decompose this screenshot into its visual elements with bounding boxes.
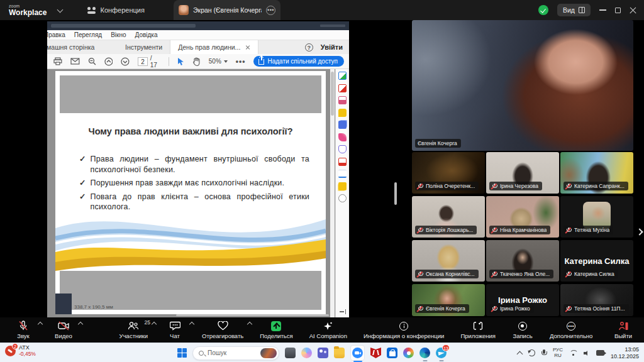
chevron-up-icon[interactable]	[189, 322, 194, 327]
fill-sign-icon[interactable]	[338, 133, 347, 141]
participant-tile[interactable]: Вікторія Лошкарь...	[412, 196, 485, 238]
menu-help[interactable]: Довідка	[135, 31, 158, 38]
zoom-out-icon[interactable]	[88, 57, 96, 65]
close-button[interactable]	[630, 7, 636, 14]
leave-meeting-button[interactable]: Выйти	[613, 321, 634, 339]
tray-expand-icon[interactable]	[516, 351, 523, 357]
search-input[interactable]: Пошук	[192, 346, 279, 360]
edge-browser-icon[interactable]	[419, 348, 430, 358]
chevron-down-icon[interactable]	[57, 6, 64, 13]
language-switcher[interactable]: РУС RU	[553, 348, 563, 358]
list-item: ✓ Повага до прав клієнта – основа профес…	[79, 192, 309, 212]
camera-tray-icon[interactable]	[596, 350, 604, 356]
meeting-info-button[interactable]: Информация о конференции	[364, 321, 445, 339]
participant-tile[interactable]: Поліна Очеретенк...	[412, 152, 485, 194]
organize-pages-icon[interactable]	[338, 182, 347, 190]
horizontal-scrollbar[interactable]	[176, 314, 329, 316]
menu-view[interactable]: Перегляд	[74, 31, 102, 38]
volume-icon[interactable]	[584, 350, 590, 356]
more-button[interactable]: ••• Дополнительно	[550, 321, 592, 339]
windows-taskbar: 2 ATX -0,45% Пошук	[0, 343, 644, 362]
page-down-icon[interactable]	[121, 57, 130, 66]
mic-device-tray-icon[interactable]	[541, 349, 547, 356]
chevron-up-icon[interactable]	[78, 322, 83, 327]
collapse-sidebar-icon[interactable]	[340, 309, 346, 314]
participant-tile[interactable]: Катерина Силка Катерина Силка	[560, 240, 633, 282]
clock[interactable]: 13:05 10.12.2025	[611, 346, 639, 359]
participant-tile[interactable]: Катерина Сапранк...	[560, 152, 633, 194]
photos-app-icon[interactable]	[403, 348, 414, 358]
edit-pdf-icon[interactable]	[338, 96, 347, 104]
participant-tile[interactable]: Ніна Крамчанінова	[486, 196, 559, 238]
create-pdf-icon[interactable]	[338, 84, 347, 92]
teams-app-icon[interactable]	[318, 348, 328, 358]
tab-tools[interactable]: Інструменти	[118, 40, 170, 54]
more-tools-icon[interactable]	[338, 194, 347, 202]
compress-pdf-icon[interactable]	[338, 158, 347, 166]
combine-files-icon[interactable]	[338, 121, 347, 129]
more-tools-icon[interactable]: •••	[236, 57, 246, 66]
chat-button[interactable]: Чат	[164, 321, 186, 339]
telegram-app-icon[interactable]: 13	[436, 348, 447, 358]
acrobat-share-button[interactable]: Надати спільний доступ	[253, 56, 344, 67]
participants-button[interactable]: 25 Участники	[119, 321, 148, 339]
apps-button[interactable]: Приложения	[460, 321, 496, 339]
security-shield-icon[interactable]	[538, 5, 548, 15]
menu-window[interactable]: Вікно	[111, 31, 126, 38]
start-button[interactable]	[177, 348, 187, 358]
tab-meeting[interactable]: Конференция	[87, 6, 144, 14]
file-explorer-icon[interactable]	[334, 348, 345, 358]
next-page-chevron-icon[interactable]	[635, 224, 644, 239]
zoom-level-dropdown[interactable]: 50%	[209, 58, 228, 65]
tab-screen-share[interactable]: Экран (Євгенія Кочерга) •••	[174, 0, 280, 20]
list-item: ✓ Порушення прав завжди має психологічні…	[79, 178, 309, 189]
tab-options-icon[interactable]: •••	[266, 6, 275, 15]
comment-icon[interactable]	[338, 109, 347, 117]
record-button[interactable]: Запись	[512, 321, 533, 339]
export-pdf-icon[interactable]	[338, 72, 347, 80]
participant-tile[interactable]: Ірина Черезова	[486, 152, 559, 194]
protect-icon[interactable]	[338, 145, 347, 153]
chevron-up-icon[interactable]	[38, 322, 43, 327]
page-up-icon[interactable]	[104, 57, 113, 66]
microsoft-store-icon[interactable]	[387, 348, 397, 358]
close-tab-icon[interactable]	[245, 45, 250, 50]
page-number-input[interactable]: 2	[138, 57, 148, 66]
participant-tile[interactable]: Тетяна Осіння 11П...	[560, 284, 633, 316]
chevron-up-icon[interactable]	[247, 322, 252, 327]
vertical-scrollbar[interactable]	[330, 69, 335, 317]
task-view-button[interactable]	[285, 348, 296, 358]
taskbar-widget[interactable]: 2 ATX -0,45%	[5, 345, 36, 357]
zoom-app-icon[interactable]	[350, 345, 365, 361]
share-screen-button[interactable]: Поделиться	[260, 321, 292, 339]
participant-tile[interactable]: Ткаченко Яна Оле...	[486, 240, 559, 282]
participant-tile[interactable]: Євгенія Кочерга	[412, 284, 485, 316]
email-icon[interactable]	[70, 58, 80, 65]
menu-edit[interactable]: Правка	[47, 31, 65, 38]
participant-tile[interactable]: Ірина Рожко Ірина Рожко	[486, 284, 559, 316]
tab-home[interactable]: Домашня сторінка	[47, 40, 118, 54]
sign-in-button[interactable]: Увійти	[321, 43, 343, 51]
print-icon[interactable]	[53, 57, 62, 65]
tab-document[interactable]: День прав людини...	[170, 40, 258, 54]
audio-button[interactable]: Звук	[13, 321, 34, 339]
e-sign-icon[interactable]	[338, 170, 347, 178]
participant-tile[interactable]: Оксана Корнилівс...	[412, 240, 485, 282]
video-button[interactable]: Видео	[53, 321, 74, 339]
hand-tool-icon[interactable]	[192, 57, 201, 66]
copilot-button[interactable]	[301, 348, 312, 358]
mcafee-app-icon[interactable]	[370, 348, 381, 358]
sync-tray-icon[interactable]	[528, 349, 535, 356]
chevron-up-icon[interactable]	[152, 322, 157, 327]
minimize-button[interactable]	[599, 9, 606, 11]
view-button[interactable]: Вид	[557, 4, 591, 16]
select-cursor-icon[interactable]	[177, 57, 184, 66]
maximize-button[interactable]	[615, 8, 621, 13]
ai-companion-button[interactable]: AI Companion	[309, 321, 347, 339]
participant-tile[interactable]: Тетяна Мухіна	[560, 196, 633, 238]
panel-resize-handle[interactable]	[394, 182, 397, 205]
wifi-icon[interactable]	[569, 350, 577, 356]
help-icon[interactable]: ?	[305, 43, 313, 52]
reactions-button[interactable]: Отреагировать	[202, 321, 243, 339]
active-speaker-video[interactable]: Євгенія Кочерга	[412, 20, 633, 151]
